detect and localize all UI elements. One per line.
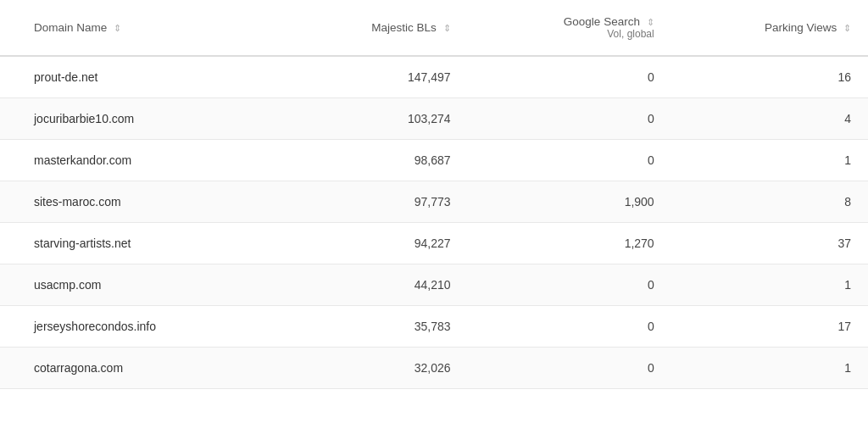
table-row: jerseyshorecondos.info35,783017	[0, 306, 868, 348]
sort-icon-parking[interactable]: ⇕	[843, 23, 851, 34]
col-header-majestic-label: Majestic BLs	[371, 21, 437, 34]
col-header-google-sublabel: Vol, global	[485, 28, 654, 40]
cell-majestic: 103,274	[283, 98, 468, 140]
cell-google: 0	[468, 98, 671, 140]
col-header-parking[interactable]: Parking Views ⇕	[671, 0, 868, 56]
cell-parking: 1	[671, 264, 868, 306]
table-header-row: Domain Name ⇕ Majestic BLs ⇕ Google Sear…	[0, 0, 868, 56]
table-row: cotarragona.com32,02601	[0, 348, 868, 389]
cell-parking: 17	[671, 306, 868, 348]
sort-icon-domain[interactable]: ⇕	[114, 23, 121, 34]
cell-google: 1,270	[468, 223, 671, 264]
cell-google: 0	[468, 264, 671, 306]
data-table-container: Domain Name ⇕ Majestic BLs ⇕ Google Sear…	[0, 0, 868, 434]
sort-icon-majestic[interactable]: ⇕	[443, 23, 451, 34]
cell-domain: usacmp.com	[0, 264, 283, 306]
cell-majestic: 44,210	[283, 264, 468, 306]
cell-domain: prout-de.net	[0, 56, 283, 98]
col-header-google-label: Google Search	[564, 15, 640, 28]
cell-parking: 1	[671, 140, 868, 181]
cell-google: 0	[468, 140, 671, 181]
cell-majestic: 94,227	[283, 223, 468, 264]
cell-parking: 8	[671, 181, 868, 223]
cell-parking: 1	[671, 348, 868, 389]
cell-parking: 37	[671, 223, 868, 264]
cell-majestic: 35,783	[283, 306, 468, 348]
cell-google: 0	[468, 306, 671, 348]
cell-google: 1,900	[468, 181, 671, 223]
table-row: usacmp.com44,21001	[0, 264, 868, 306]
table-row: starving-artists.net94,2271,27037	[0, 223, 868, 264]
cell-majestic: 147,497	[283, 56, 468, 98]
cell-majestic: 32,026	[283, 348, 468, 389]
cell-google: 0	[468, 348, 671, 389]
cell-domain: cotarragona.com	[0, 348, 283, 389]
col-header-parking-label: Parking Views	[765, 21, 837, 34]
col-header-google[interactable]: Google Search ⇕ Vol, global	[468, 0, 671, 56]
cell-google: 0	[468, 56, 671, 98]
table-row: prout-de.net147,497016	[0, 56, 868, 98]
table-row: masterkandor.com98,68701	[0, 140, 868, 181]
cell-majestic: 98,687	[283, 140, 468, 181]
table-body: prout-de.net147,497016jocuribarbie10.com…	[0, 56, 868, 389]
table-row: jocuribarbie10.com103,27404	[0, 98, 868, 140]
sort-icon-google[interactable]: ⇕	[647, 17, 654, 28]
data-table: Domain Name ⇕ Majestic BLs ⇕ Google Sear…	[0, 0, 868, 389]
cell-domain: starving-artists.net	[0, 223, 283, 264]
table-row: sites-maroc.com97,7731,9008	[0, 181, 868, 223]
cell-parking: 16	[671, 56, 868, 98]
cell-domain: jocuribarbie10.com	[0, 98, 283, 140]
col-header-domain[interactable]: Domain Name ⇕	[0, 0, 283, 56]
cell-domain: jerseyshorecondos.info	[0, 306, 283, 348]
col-header-majestic[interactable]: Majestic BLs ⇕	[283, 0, 468, 56]
cell-domain: masterkandor.com	[0, 140, 283, 181]
cell-parking: 4	[671, 98, 868, 140]
cell-majestic: 97,773	[283, 181, 468, 223]
cell-domain: sites-maroc.com	[0, 181, 283, 223]
col-header-domain-label: Domain Name	[34, 21, 107, 34]
